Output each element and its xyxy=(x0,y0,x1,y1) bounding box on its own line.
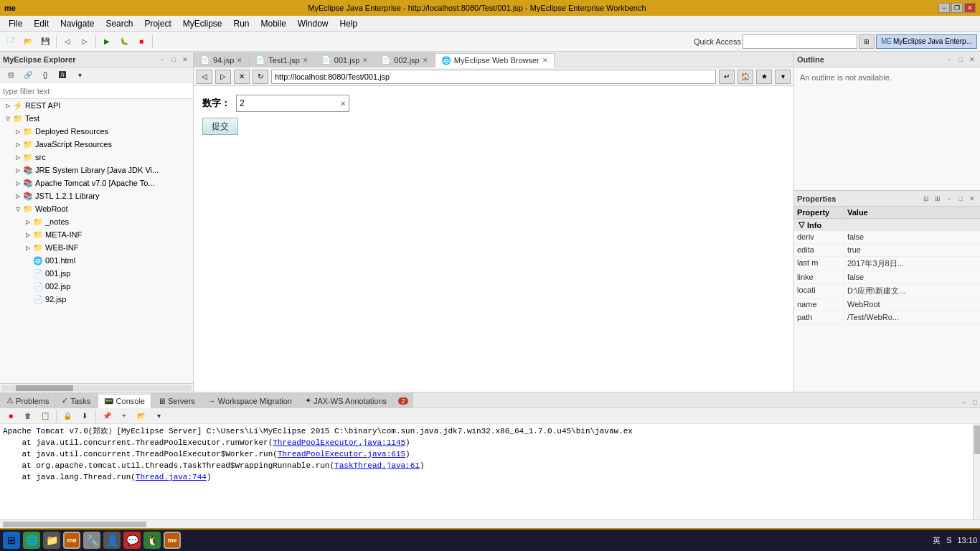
console-stop-btn[interactable]: ■ xyxy=(3,408,19,424)
tree-item-001jsp[interactable]: ▷ 📄 001.jsp xyxy=(0,267,193,280)
taskbar-myeclipse[interactable]: me xyxy=(63,532,80,549)
console-scroll-end[interactable]: ⬇ xyxy=(77,408,93,424)
toggle-btn[interactable]: {} xyxy=(37,67,53,83)
taskbar-tools[interactable]: 🔧 xyxy=(83,532,100,549)
filter-input[interactable] xyxy=(3,87,190,95)
console-settings-btn[interactable]: ▾ xyxy=(151,408,166,424)
tab-badge-tab[interactable]: 2 xyxy=(393,393,413,408)
tab-tasks[interactable]: ✓ Tasks xyxy=(55,393,97,408)
explorer-h-scroll[interactable] xyxy=(0,383,193,392)
tab-002jsp[interactable]: 📄 002.jsp ✕ xyxy=(374,52,434,67)
nav-home-btn[interactable]: 🏠 xyxy=(738,70,753,84)
console-h-scroll[interactable] xyxy=(0,519,980,528)
console-open-btn[interactable]: 📂 xyxy=(133,408,149,424)
tree-item-src[interactable]: ▷ 📁 src xyxy=(0,151,193,164)
nav-menu-btn[interactable]: ▾ xyxy=(775,70,791,84)
outline-close[interactable]: ✕ xyxy=(967,55,977,65)
tree-item-jstl[interactable]: ▷ 📚 JSTL 1.2.1 Library xyxy=(0,189,193,202)
tab-close-002[interactable]: ✕ xyxy=(423,57,428,64)
nav-stop-btn[interactable]: ✕ xyxy=(234,70,250,84)
menu-navigate[interactable]: Navigate xyxy=(55,17,100,30)
link-threadpool-615[interactable]: ThreadPoolExecutor.java:615 xyxy=(278,450,405,458)
console-pin-btn[interactable]: 📌 xyxy=(99,408,115,424)
taskbar-myeclipse-2[interactable]: me xyxy=(164,532,181,549)
toolbar-forward[interactable]: ▷ xyxy=(77,34,93,50)
menu-window[interactable]: Window xyxy=(292,17,334,30)
outline-maximize[interactable]: □ xyxy=(956,55,966,65)
taskbar-files[interactable]: 📁 xyxy=(43,532,60,549)
menu-file[interactable]: File xyxy=(3,17,28,30)
explorer-minimize[interactable]: − xyxy=(157,55,167,65)
collapse-all-btn[interactable]: ⊟ xyxy=(3,67,19,83)
toolbar-new[interactable]: 📄 xyxy=(3,34,19,50)
close-button[interactable]: ✕ xyxy=(964,3,976,13)
minimize-button[interactable]: − xyxy=(938,3,950,13)
tree-item-rest-api[interactable]: ▷ ⚡ REST API xyxy=(0,99,193,112)
console-clear-btn[interactable]: 🗑 xyxy=(20,408,36,424)
explorer-close[interactable]: ✕ xyxy=(180,55,190,65)
link-editor-btn[interactable]: 🔗 xyxy=(20,67,36,83)
toolbar-stop[interactable]: ■ xyxy=(133,34,149,50)
console-new-btn[interactable]: + xyxy=(116,408,132,424)
nav-refresh-btn[interactable]: ↻ xyxy=(253,70,268,84)
explorer-settings-btn[interactable]: ▾ xyxy=(72,67,88,83)
tree-item-92jsp[interactable]: ▷ 📄 92.jsp xyxy=(0,293,193,306)
tab-servers[interactable]: 🖥 Servers xyxy=(151,393,202,408)
outline-minimize[interactable]: − xyxy=(944,55,954,65)
tab-jax-ws[interactable]: ✦ JAX-WS Annotations xyxy=(298,393,393,408)
tab-001jsp[interactable]: 📄 001.jsp ✕ xyxy=(315,52,374,67)
taskbar-start[interactable]: ⊞ xyxy=(3,532,20,549)
explorer-menu-btn[interactable]: 🅰 xyxy=(55,67,70,83)
tree-item-deployed[interactable]: ▷ 📁 Deployed Resources xyxy=(0,125,193,138)
url-input[interactable]: http://localhost:8080/Test/001.jsp xyxy=(271,70,716,84)
link-thread-744[interactable]: Thread.java:744 xyxy=(136,473,207,481)
taskbar-app7[interactable]: 🐧 xyxy=(143,532,161,549)
menu-run[interactable]: Run xyxy=(227,17,255,30)
console-maximize[interactable]: □ xyxy=(970,397,980,408)
toolbar-debug[interactable]: 🐛 xyxy=(116,34,132,50)
tab-test1jsp[interactable]: 📄 Test1.jsp ✕ xyxy=(249,52,314,67)
toolbar-open[interactable]: 📂 xyxy=(20,34,36,50)
tree-item-web-inf[interactable]: ▷ 📁 WEB-INF xyxy=(0,241,193,254)
tab-close-browser[interactable]: ✕ xyxy=(542,57,548,64)
menu-mobile[interactable]: Mobile xyxy=(255,17,292,30)
nav-forward-btn[interactable]: ▷ xyxy=(215,70,231,84)
quick-access-input[interactable] xyxy=(743,34,857,49)
tab-close-94[interactable]: ✕ xyxy=(237,57,242,64)
tree-item-jre[interactable]: ▷ 📚 JRE System Library [Java JDK Vi... xyxy=(0,164,193,176)
clear-input-btn[interactable]: ✕ xyxy=(337,95,349,111)
tab-problems[interactable]: ⚠ Problems xyxy=(0,393,55,408)
tree-item-002jsp[interactable]: ▷ 📄 002.jsp xyxy=(0,280,193,293)
perspective-list-btn[interactable]: ⊞ xyxy=(859,34,875,49)
tree-item-001html[interactable]: ▷ 🌐 001.html xyxy=(0,254,193,267)
tree-item-tomcat[interactable]: ▷ 📚 Apache Tomcat v7.0 [Apache To... xyxy=(0,176,193,189)
nav-back-btn[interactable]: ◁ xyxy=(197,70,212,84)
link-taskthread-61[interactable]: TaskThread.java:61 xyxy=(334,461,420,470)
tab-close-001[interactable]: ✕ xyxy=(362,57,368,64)
tab-94jsp[interactable]: 📄 94.jsp ✕ xyxy=(194,52,249,67)
toolbar-back[interactable]: ◁ xyxy=(60,34,75,50)
properties-minimize[interactable]: − xyxy=(944,194,954,204)
properties-toolbar-2[interactable]: ⊞ xyxy=(933,194,943,204)
number-input[interactable] xyxy=(237,95,337,111)
menu-edit[interactable]: Edit xyxy=(28,17,55,30)
tree-item-test[interactable]: ▽ 📁 Test xyxy=(0,112,193,125)
toolbar-run[interactable]: ▶ xyxy=(99,34,115,50)
console-v-scroll[interactable] xyxy=(973,424,980,519)
properties-toolbar-1[interactable]: ⊟ xyxy=(921,194,931,204)
console-minimize[interactable]: − xyxy=(958,397,969,408)
console-copy-btn[interactable]: 📋 xyxy=(37,408,53,424)
nav-bookmark-btn[interactable]: ★ xyxy=(756,70,772,84)
link-threadpool-1145[interactable]: ThreadPoolExecutor.java:1145 xyxy=(273,438,405,447)
menu-search[interactable]: Search xyxy=(100,17,138,30)
taskbar-user[interactable]: 👤 xyxy=(103,532,121,549)
menu-help[interactable]: Help xyxy=(334,17,364,30)
taskbar-browser[interactable]: 🌐 xyxy=(23,532,40,549)
nav-go-btn[interactable]: ↵ xyxy=(719,70,735,84)
properties-maximize[interactable]: □ xyxy=(956,194,966,204)
tree-item-js-resources[interactable]: ▷ 📁 JavaScript Resources xyxy=(0,138,193,151)
tab-web-browser[interactable]: 🌐 MyEclipse Web Browser ✕ xyxy=(435,53,555,67)
tab-console[interactable]: 📟 Console xyxy=(98,394,151,408)
toolbar-save[interactable]: 💾 xyxy=(37,34,53,50)
menu-myeclipse[interactable]: MyEclipse xyxy=(177,17,228,30)
